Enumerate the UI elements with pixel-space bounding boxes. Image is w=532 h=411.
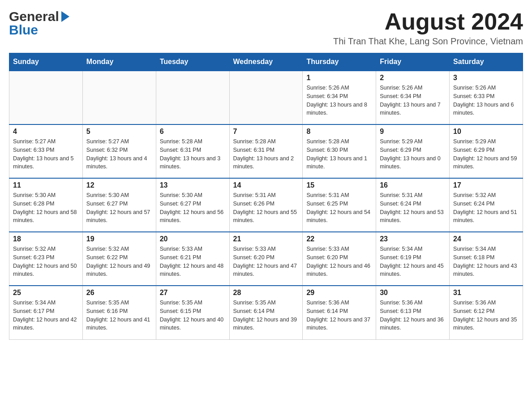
day-info: Sunrise: 5:35 AM Sunset: 6:16 PM Dayligh… — [86, 299, 152, 332]
day-number: 10 — [453, 128, 519, 136]
calendar-header-row: SundayMondayTuesdayWednesdayThursdayFrid… — [9, 53, 523, 71]
day-info: Sunrise: 5:32 AM Sunset: 6:23 PM Dayligh… — [13, 245, 79, 278]
calendar-day: 4Sunrise: 5:27 AM Sunset: 6:33 PM Daylig… — [9, 124, 83, 178]
day-info: Sunrise: 5:33 AM Sunset: 6:20 PM Dayligh… — [233, 245, 299, 278]
day-info: Sunrise: 5:26 AM Sunset: 6:34 PM Dayligh… — [306, 84, 372, 117]
day-number: 9 — [380, 128, 446, 136]
calendar-day: 6Sunrise: 5:28 AM Sunset: 6:31 PM Daylig… — [156, 124, 229, 178]
calendar-day: 22Sunrise: 5:33 AM Sunset: 6:20 PM Dayli… — [303, 232, 376, 286]
calendar-day: 28Sunrise: 5:35 AM Sunset: 6:14 PM Dayli… — [229, 286, 303, 339]
calendar-day: 13Sunrise: 5:30 AM Sunset: 6:27 PM Dayli… — [156, 178, 229, 232]
calendar-day: 20Sunrise: 5:33 AM Sunset: 6:21 PM Dayli… — [156, 232, 229, 286]
calendar-day: 8Sunrise: 5:28 AM Sunset: 6:30 PM Daylig… — [303, 124, 376, 178]
day-info: Sunrise: 5:26 AM Sunset: 6:33 PM Dayligh… — [453, 84, 519, 117]
calendar-week-2: 4Sunrise: 5:27 AM Sunset: 6:33 PM Daylig… — [9, 124, 523, 178]
logo-arrow-icon — [61, 11, 69, 22]
calendar-day: 7Sunrise: 5:28 AM Sunset: 6:31 PM Daylig… — [229, 124, 303, 178]
day-info: Sunrise: 5:26 AM Sunset: 6:34 PM Dayligh… — [380, 84, 446, 117]
day-number: 21 — [233, 235, 299, 243]
day-info: Sunrise: 5:29 AM Sunset: 6:29 PM Dayligh… — [380, 137, 446, 171]
day-info: Sunrise: 5:30 AM Sunset: 6:27 PM Dayligh… — [160, 191, 226, 225]
calendar-table: SundayMondayTuesdayWednesdayThursdayFrid… — [9, 53, 523, 340]
calendar-week-1: 1Sunrise: 5:26 AM Sunset: 6:34 PM Daylig… — [9, 71, 523, 124]
calendar-day — [9, 71, 83, 124]
calendar-week-5: 25Sunrise: 5:34 AM Sunset: 6:17 PM Dayli… — [9, 286, 523, 339]
day-number: 16 — [380, 181, 446, 189]
calendar-day: 30Sunrise: 5:36 AM Sunset: 6:13 PM Dayli… — [376, 286, 450, 339]
day-info: Sunrise: 5:32 AM Sunset: 6:24 PM Dayligh… — [453, 191, 519, 225]
day-info: Sunrise: 5:34 AM Sunset: 6:17 PM Dayligh… — [13, 299, 79, 332]
day-info: Sunrise: 5:32 AM Sunset: 6:22 PM Dayligh… — [86, 245, 152, 278]
calendar-header-sunday: Sunday — [9, 53, 83, 71]
logo-blue-text: Blue — [9, 22, 38, 37]
title-block: August 2024 Thi Tran That Khe, Lang Son … — [333, 9, 523, 47]
calendar-header-friday: Friday — [376, 53, 450, 71]
day-number: 17 — [453, 181, 519, 189]
calendar-day: 12Sunrise: 5:30 AM Sunset: 6:27 PM Dayli… — [82, 178, 156, 232]
day-info: Sunrise: 5:30 AM Sunset: 6:28 PM Dayligh… — [13, 191, 79, 225]
day-number: 25 — [13, 289, 79, 297]
calendar-day: 11Sunrise: 5:30 AM Sunset: 6:28 PM Dayli… — [9, 178, 83, 232]
day-info: Sunrise: 5:31 AM Sunset: 6:25 PM Dayligh… — [306, 191, 372, 225]
day-info: Sunrise: 5:34 AM Sunset: 6:19 PM Dayligh… — [380, 245, 446, 278]
calendar-day: 26Sunrise: 5:35 AM Sunset: 6:16 PM Dayli… — [82, 286, 156, 339]
calendar-day: 29Sunrise: 5:36 AM Sunset: 6:14 PM Dayli… — [303, 286, 376, 339]
calendar-day — [156, 71, 229, 124]
day-number: 12 — [86, 181, 152, 189]
day-number: 14 — [233, 181, 299, 189]
logo: General Blue — [9, 9, 69, 38]
day-info: Sunrise: 5:27 AM Sunset: 6:32 PM Dayligh… — [86, 137, 152, 171]
day-number: 23 — [380, 235, 446, 243]
day-number: 8 — [306, 128, 372, 136]
day-number: 1 — [306, 74, 372, 82]
day-info: Sunrise: 5:28 AM Sunset: 6:31 PM Dayligh… — [233, 137, 299, 171]
day-info: Sunrise: 5:33 AM Sunset: 6:20 PM Dayligh… — [306, 245, 372, 278]
day-number: 22 — [306, 235, 372, 243]
calendar-day: 15Sunrise: 5:31 AM Sunset: 6:25 PM Dayli… — [303, 178, 376, 232]
calendar-header-saturday: Saturday — [450, 53, 523, 71]
location-title: Thi Tran That Khe, Lang Son Province, Vi… — [333, 36, 523, 47]
day-info: Sunrise: 5:30 AM Sunset: 6:27 PM Dayligh… — [86, 191, 152, 225]
calendar-header-tuesday: Tuesday — [156, 53, 229, 71]
calendar-day: 16Sunrise: 5:31 AM Sunset: 6:24 PM Dayli… — [376, 178, 450, 232]
day-number: 4 — [13, 128, 79, 136]
day-number: 27 — [160, 289, 226, 297]
calendar-week-3: 11Sunrise: 5:30 AM Sunset: 6:28 PM Dayli… — [9, 178, 523, 232]
day-number: 2 — [380, 74, 446, 82]
day-info: Sunrise: 5:36 AM Sunset: 6:12 PM Dayligh… — [453, 299, 519, 332]
page-header: General Blue August 2024 Thi Tran That K… — [9, 9, 523, 47]
calendar-day: 23Sunrise: 5:34 AM Sunset: 6:19 PM Dayli… — [376, 232, 450, 286]
day-info: Sunrise: 5:28 AM Sunset: 6:30 PM Dayligh… — [306, 137, 372, 171]
day-number: 13 — [160, 181, 226, 189]
day-info: Sunrise: 5:36 AM Sunset: 6:14 PM Dayligh… — [306, 299, 372, 332]
calendar-week-4: 18Sunrise: 5:32 AM Sunset: 6:23 PM Dayli… — [9, 232, 523, 286]
month-title: August 2024 — [333, 9, 523, 34]
calendar-day: 25Sunrise: 5:34 AM Sunset: 6:17 PM Dayli… — [9, 286, 83, 339]
day-info: Sunrise: 5:29 AM Sunset: 6:29 PM Dayligh… — [453, 137, 519, 171]
calendar-header-thursday: Thursday — [303, 53, 376, 71]
calendar-day: 21Sunrise: 5:33 AM Sunset: 6:20 PM Dayli… — [229, 232, 303, 286]
calendar-day: 31Sunrise: 5:36 AM Sunset: 6:12 PM Dayli… — [450, 286, 523, 339]
day-number: 30 — [380, 289, 446, 297]
day-info: Sunrise: 5:35 AM Sunset: 6:14 PM Dayligh… — [233, 299, 299, 332]
day-number: 15 — [306, 181, 372, 189]
day-info: Sunrise: 5:31 AM Sunset: 6:26 PM Dayligh… — [233, 191, 299, 225]
logo-general-text: General — [9, 9, 59, 24]
day-number: 26 — [86, 289, 152, 297]
day-info: Sunrise: 5:28 AM Sunset: 6:31 PM Dayligh… — [160, 137, 226, 171]
day-number: 7 — [233, 128, 299, 136]
day-info: Sunrise: 5:31 AM Sunset: 6:24 PM Dayligh… — [380, 191, 446, 225]
calendar-day: 10Sunrise: 5:29 AM Sunset: 6:29 PM Dayli… — [450, 124, 523, 178]
day-number: 6 — [160, 128, 226, 136]
day-info: Sunrise: 5:36 AM Sunset: 6:13 PM Dayligh… — [380, 299, 446, 332]
day-number: 29 — [306, 289, 372, 297]
day-number: 11 — [13, 181, 79, 189]
day-info: Sunrise: 5:27 AM Sunset: 6:33 PM Dayligh… — [13, 137, 79, 171]
calendar-day: 9Sunrise: 5:29 AM Sunset: 6:29 PM Daylig… — [376, 124, 450, 178]
day-number: 18 — [13, 235, 79, 243]
day-number: 24 — [453, 235, 519, 243]
calendar-day — [82, 71, 156, 124]
calendar-day: 1Sunrise: 5:26 AM Sunset: 6:34 PM Daylig… — [303, 71, 376, 124]
day-number: 5 — [86, 128, 152, 136]
day-number: 19 — [86, 235, 152, 243]
